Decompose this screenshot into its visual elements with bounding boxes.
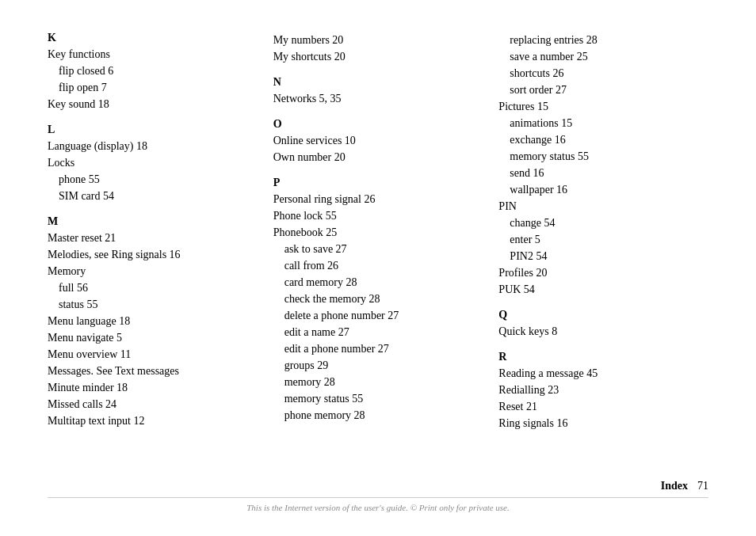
entry-phone-lock: Phone lock 55: [273, 207, 483, 224]
entry-pic-memory-status: memory status 55: [498, 148, 708, 165]
section-l: L: [48, 124, 258, 136]
entry-phonebook: Phonebook 25: [273, 224, 483, 241]
entry-wallpaper: wallpaper 16: [498, 181, 708, 198]
content-area: K Key functions flip closed 6 flip open …: [48, 32, 708, 431]
section-r: R: [498, 351, 708, 363]
section-p: P: [273, 177, 483, 189]
footer-area: Index 71 This is the Internet version of…: [48, 480, 708, 512]
entry-menu-language: Menu language 18: [48, 313, 258, 329]
entry-reset: Reset 21: [498, 398, 708, 415]
entry-pin-change: change 54: [498, 215, 708, 231]
entry-call-from: call from 26: [273, 257, 483, 274]
entry-language: Language (display) 18: [48, 138, 258, 154]
entry-save-number: save a number 25: [498, 48, 708, 65]
footer-legal: This is the Internet version of the user…: [48, 503, 708, 512]
column-1: K Key functions flip closed 6 flip open …: [48, 32, 273, 431]
entry-flip-open: flip open 7: [48, 79, 258, 96]
entry-memory: Memory: [48, 263, 258, 279]
entry-card-memory: card memory 28: [273, 274, 483, 291]
entry-multitap: Multitap text input 12: [48, 412, 258, 429]
footer-divider: [48, 497, 708, 498]
column-3: replacing entries 28 save a number 25 sh…: [498, 32, 708, 431]
entry-messages: Messages. See Text messages: [48, 363, 258, 379]
entry-animations: animations 15: [498, 115, 708, 131]
section-q: Q: [498, 309, 708, 321]
entry-edit-phone-number: edit a phone number 27: [273, 340, 483, 357]
entry-check-memory: check the memory 28: [273, 291, 483, 307]
entry-profiles: Profiles 20: [498, 264, 708, 281]
entry-my-shortcuts: My shortcuts 20: [273, 48, 483, 65]
entry-sort-order: sort order 27: [498, 82, 708, 98]
entry-melodies: Melodies, see Ring signals 16: [48, 246, 258, 263]
entry-ring-signals: Ring signals 16: [498, 415, 708, 431]
footer-index: Index 71: [48, 480, 708, 492]
entry-pin-enter: enter 5: [498, 231, 708, 248]
section-k: K: [48, 32, 258, 44]
entry-master-reset: Master reset 21: [48, 230, 258, 246]
entry-key-functions: Key functions: [48, 46, 258, 63]
entry-pin2: PIN2 54: [498, 248, 708, 264]
entry-menu-navigate: Menu navigate 5: [48, 329, 258, 346]
entry-memory-status: status 55: [48, 296, 258, 313]
entry-menu-overview: Menu overview 11: [48, 346, 258, 363]
entry-networks: Networks 5, 35: [273, 90, 483, 107]
entry-ask-to-save: ask to save 27: [273, 241, 483, 257]
entry-pb-memory-status: memory status 55: [273, 390, 483, 407]
entry-minute-minder: Minute minder 18: [48, 379, 258, 396]
entry-personal-ring: Personal ring signal 26: [273, 191, 483, 207]
entry-pictures: Pictures 15: [498, 98, 708, 115]
entry-puk: PUK 54: [498, 281, 708, 298]
entry-delete-phone-number: delete a phone number 27: [273, 307, 483, 324]
entry-shortcuts: shortcuts 26: [498, 65, 708, 82]
entry-online-services: Online services 10: [273, 132, 483, 149]
entry-my-numbers: My numbers 20: [273, 32, 483, 48]
section-m: M: [48, 215, 258, 228]
entry-key-sound: Key sound 18: [48, 96, 258, 112]
section-n: N: [273, 76, 483, 89]
entry-groups: groups 29: [273, 357, 483, 374]
footer-page-number: 71: [697, 480, 708, 492]
entry-redialling: Redialling 23: [498, 382, 708, 398]
entry-exchange: exchange 16: [498, 131, 708, 148]
entry-flip-closed: flip closed 6: [48, 63, 258, 79]
entry-quick-keys: Quick keys 8: [498, 323, 708, 340]
entry-replacing-entries: replacing entries 28: [498, 32, 708, 48]
entry-send: send 16: [498, 165, 708, 181]
entry-locks: Locks: [48, 154, 258, 171]
entry-pin: PIN: [498, 198, 708, 215]
entry-sim-card: SIM card 54: [48, 188, 258, 204]
footer-label: Index: [661, 480, 688, 492]
entry-reading-message: Reading a message 45: [498, 365, 708, 382]
entry-missed-calls: Missed calls 24: [48, 396, 258, 412]
column-2: My numbers 20 My shortcuts 20 N Networks…: [273, 32, 499, 431]
section-o: O: [273, 118, 483, 131]
entry-own-number: Own number 20: [273, 149, 483, 165]
entry-edit-name: edit a name 27: [273, 324, 483, 340]
entry-memory-full: full 56: [48, 279, 258, 296]
entry-phone: phone 55: [48, 171, 258, 188]
entry-phone-memory: phone memory 28: [273, 407, 483, 424]
page: K Key functions flip closed 6 flip open …: [0, 0, 756, 536]
entry-pb-memory: memory 28: [273, 374, 483, 390]
